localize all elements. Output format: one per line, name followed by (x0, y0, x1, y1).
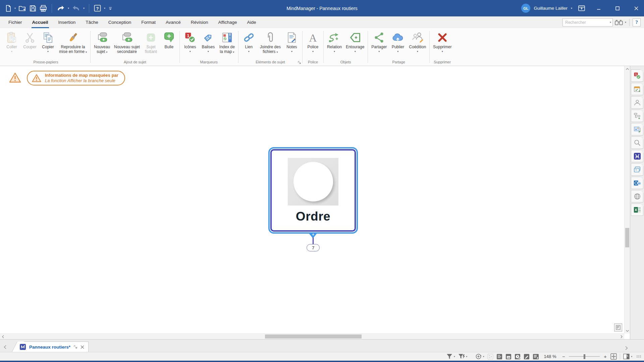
customize-toolbar-icon[interactable] (107, 5, 113, 12)
central-topic-selection[interactable]: Ordre (268, 147, 358, 234)
ribbon-display-options-icon[interactable] (576, 0, 588, 16)
icons-button[interactable]: 1 Icônes ▾ (181, 30, 199, 59)
redo-caret-icon[interactable]: ▾ (83, 7, 85, 10)
font-button[interactable]: A Police ▾ (304, 30, 322, 59)
sidebar-resources-icon[interactable] (631, 96, 643, 109)
maximize-button[interactable] (610, 0, 625, 16)
fit-map-button[interactable] (610, 353, 617, 360)
new-subtopic-button[interactable]: Nouveau sujet secondaire (112, 30, 142, 59)
scroll-up-icon[interactable] (625, 66, 630, 72)
tab-affichage[interactable]: Affichage (213, 16, 242, 28)
coediting-button[interactable]: Coédition ▾ (407, 30, 428, 59)
tab-accueil[interactable]: Accueil (27, 16, 53, 28)
annotate-icon[interactable] (524, 354, 530, 360)
search-input[interactable] (562, 18, 613, 26)
new-topic-button[interactable]: Nouveau sujet▾ (92, 30, 112, 59)
refresh-add-caret-icon[interactable]: ▾ (483, 355, 484, 358)
tags-button[interactable]: Balises ▾ (199, 30, 217, 59)
callout-button[interactable]: Bulle (160, 30, 178, 59)
resize-grip[interactable] (637, 355, 641, 358)
scroll-left-icon[interactable] (0, 334, 6, 340)
tab-avance[interactable]: Avancé (161, 16, 186, 28)
sidebar-outlook-icon[interactable] (631, 177, 643, 189)
notes-button[interactable]: Notes ▾ (283, 30, 301, 59)
tab-detach-icon[interactable] (73, 345, 77, 349)
sidebar-snapshot-icon[interactable]: M (631, 150, 643, 162)
tab-scroll-right-icon[interactable] (625, 346, 628, 350)
tab-close-icon[interactable] (80, 345, 84, 349)
tab-revision[interactable]: Révision (186, 16, 213, 28)
horizontal-scrollbar[interactable] (0, 334, 624, 339)
map-index-button[interactable]: Index de la map▾ (217, 30, 237, 59)
tab-format[interactable]: Format (136, 16, 161, 28)
subtopic-count-badge[interactable]: 7 (307, 244, 320, 251)
save-icon[interactable] (29, 4, 37, 13)
new-document-icon[interactable] (4, 4, 12, 13)
tab-tache[interactable]: Tâche (80, 16, 103, 28)
open-icon[interactable] (18, 4, 27, 13)
copy-button[interactable]: Copier ▾ (39, 30, 57, 59)
scroll-right-icon[interactable] (619, 334, 624, 340)
filter-icon[interactable] (446, 354, 452, 359)
tab-aide[interactable]: Aide (242, 16, 261, 28)
presentation-view-icon[interactable] (533, 354, 539, 360)
find-caret-icon[interactable]: ▾ (625, 21, 626, 24)
power-filter-caret-icon[interactable]: ▾ (466, 355, 468, 358)
tab-insertion[interactable]: Insertion (53, 16, 81, 28)
relationship-button[interactable]: Relation ▾ (325, 30, 344, 59)
minimize-button[interactable] (591, 0, 606, 16)
dialog-launcher-icon[interactable] (298, 61, 301, 64)
new-document-caret-icon[interactable]: ▾ (14, 7, 16, 10)
user-name[interactable]: Guillaume Lailler (534, 6, 568, 11)
sidebar-task-info-icon[interactable] (631, 83, 643, 95)
vertical-scrollbar[interactable] (624, 66, 630, 334)
undo-icon[interactable] (56, 4, 66, 13)
print-icon[interactable] (39, 4, 48, 13)
sidebar-file-browser-icon[interactable] (631, 163, 643, 176)
map-info-hidden-warning[interactable]: Informations de map masquées par La fonc… (27, 71, 125, 85)
sidebar-map-parts-icon[interactable] (631, 110, 643, 122)
schedule-view-icon[interactable]: 24 (505, 354, 512, 360)
zoom-out-button[interactable]: − (561, 354, 566, 359)
zoom-slider-handle[interactable] (584, 354, 585, 359)
find-binoculars-icon[interactable] (615, 19, 623, 25)
sidebar-web-globe-icon[interactable] (631, 190, 643, 202)
power-filter-icon[interactable] (458, 354, 465, 359)
format-painter-button[interactable]: Reproduire la mise en forme▾ (57, 30, 89, 59)
help-icon[interactable]: ? (93, 3, 102, 13)
sidebar-search-icon[interactable] (631, 136, 643, 149)
tab-fichier[interactable]: Fichier (3, 16, 27, 28)
cut-button[interactable]: Couper (21, 30, 39, 59)
vertical-scrollbar-thumb[interactable] (625, 228, 629, 247)
floating-topic-button[interactable]: Sujet flottant (142, 30, 160, 59)
undo-caret-icon[interactable]: ▾ (67, 7, 70, 10)
map-canvas[interactable]: Informations de map masquées par La fonc… (0, 66, 630, 339)
tab-conception[interactable]: Conception (103, 16, 136, 28)
tracking-view-icon[interactable] (515, 354, 521, 360)
zoom-in-button[interactable]: + (603, 354, 607, 359)
search-caret-icon[interactable]: ▾ (610, 21, 611, 24)
paste-button[interactable]: Coller ▾ (3, 30, 21, 59)
ribbon-help-button[interactable]: ? (633, 18, 641, 26)
boundary-button[interactable]: Entourage ▾ (344, 30, 366, 59)
publish-button[interactable]: Publier ▾ (389, 30, 407, 59)
redo-icon[interactable] (71, 4, 81, 13)
filter-caret-icon[interactable]: ▾ (454, 355, 455, 358)
scroll-down-icon[interactable] (625, 328, 630, 334)
delete-button[interactable]: Supprimer ▾ (431, 30, 453, 59)
sidebar-excel-icon[interactable] (631, 203, 643, 216)
user-menu-caret-icon[interactable]: ▾ (571, 7, 572, 10)
link-button[interactable]: Lien ▾ (240, 30, 258, 59)
central-topic[interactable]: Ordre (270, 149, 356, 232)
document-tab-panneaux-routiers[interactable]: Panneaux routiers* (17, 342, 89, 352)
map-overview-button[interactable] (614, 323, 622, 331)
task-pane-toggle-icon[interactable] (623, 354, 630, 359)
topic-label[interactable]: Ordre (296, 209, 330, 224)
avatar[interactable]: GL (521, 4, 530, 13)
refresh-add-icon[interactable] (475, 353, 482, 360)
help-caret-icon[interactable]: ▾ (103, 7, 106, 10)
sidebar-marker-icons-icon[interactable]: 1 (631, 69, 643, 82)
attach-files-button[interactable]: Joindre des fichiers▾ (258, 30, 283, 59)
outline-view-icon[interactable] (496, 354, 502, 360)
tab-scroll-left-icon[interactable] (0, 342, 10, 352)
